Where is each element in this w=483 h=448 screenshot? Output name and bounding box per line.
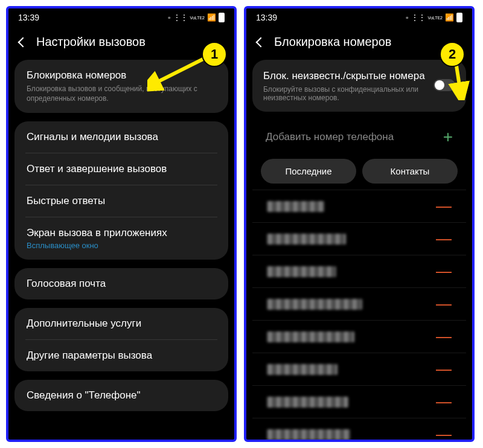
item-signals[interactable]: Сигналы и мелодии вызова bbox=[14, 121, 228, 153]
blocked-row[interactable]: — bbox=[252, 255, 466, 287]
content-1: Блокировка номеров Блокировка вызовов и … bbox=[8, 57, 234, 440]
toggle-title: Блок. неизвестн./скрытые номера bbox=[263, 69, 433, 83]
card-extras: Дополнительные услуги Другие параметры в… bbox=[14, 308, 228, 371]
blocked-number-redacted bbox=[267, 397, 348, 408]
remove-icon[interactable]: — bbox=[436, 229, 452, 248]
blocked-number-redacted bbox=[267, 266, 336, 277]
blocked-row[interactable]: — bbox=[252, 385, 466, 418]
remove-icon[interactable]: — bbox=[436, 327, 452, 346]
blocked-row[interactable]: — bbox=[252, 353, 466, 385]
picture-icon: ▫ bbox=[168, 13, 170, 22]
blocked-number-redacted bbox=[267, 201, 324, 212]
arrow-2 bbox=[440, 64, 470, 100]
battery-icon bbox=[456, 13, 462, 22]
plus-icon[interactable]: + bbox=[443, 127, 453, 147]
wifi-icon: ⋮⋮ bbox=[173, 13, 188, 22]
remove-icon[interactable]: — bbox=[436, 425, 452, 440]
status-time: 13:39 bbox=[18, 13, 39, 22]
item-extra-services[interactable]: Дополнительные услуги bbox=[14, 308, 228, 339]
lte-icon: VoLTE2 bbox=[190, 16, 205, 20]
status-icons: ▫ ⋮⋮ VoLTE2 📶 bbox=[406, 13, 462, 22]
statusbar: 13:39 ▫ ⋮⋮ VoLTE2 📶 bbox=[8, 8, 234, 27]
status-time: 13:39 bbox=[256, 13, 277, 22]
lte-icon: VoLTE2 bbox=[428, 16, 443, 20]
remove-icon[interactable]: — bbox=[436, 295, 452, 313]
tab-contacts[interactable]: Контакты bbox=[362, 159, 458, 184]
card-block-unknown: Блок. неизвестн./скрытые номера Блокируй… bbox=[252, 60, 466, 112]
blocked-row[interactable]: — bbox=[252, 418, 466, 440]
phone-screen-1: 1 13:39 ▫ ⋮⋮ VoLTE2 📶 Настройки вызовов … bbox=[6, 6, 237, 442]
toggle-sub: Блокируйте вызовы с конфиденциальных или… bbox=[263, 85, 433, 102]
phone-screen-2: 2 13:39 ▫ ⋮⋮ VoLTE2 📶 Блокировка номеров… bbox=[244, 6, 475, 442]
remove-icon[interactable]: — bbox=[436, 360, 452, 379]
item-other-params[interactable]: Другие параметры вызова bbox=[14, 340, 228, 371]
remove-icon[interactable]: — bbox=[436, 197, 452, 216]
svg-line-3 bbox=[456, 66, 460, 89]
card-voicemail[interactable]: Голосовая почта bbox=[14, 268, 228, 299]
back-icon[interactable] bbox=[18, 37, 28, 47]
header-title: Настройки вызовов bbox=[36, 35, 146, 49]
blocked-row[interactable]: — bbox=[252, 320, 466, 353]
battery-icon bbox=[219, 13, 225, 22]
card-signals-group: Сигналы и мелодии вызова Ответ и заверше… bbox=[14, 121, 228, 260]
tab-recent[interactable]: Последние bbox=[261, 159, 356, 184]
remove-icon[interactable]: — bbox=[436, 262, 452, 281]
status-icons: ▫ ⋮⋮ VoLTE2 📶 bbox=[168, 13, 225, 22]
blocked-number-redacted bbox=[267, 429, 350, 440]
content-2: Блок. неизвестн./скрытые номера Блокируй… bbox=[246, 57, 472, 440]
item-call-screen[interactable]: Экран вызова в приложениях Всплывающее о… bbox=[14, 217, 228, 260]
card-about[interactable]: Сведения о "Телефоне" bbox=[14, 380, 228, 411]
signal-icon: 📶 bbox=[445, 13, 454, 22]
remove-icon[interactable]: — bbox=[436, 392, 452, 411]
item-answer-end[interactable]: Ответ и завершение вызовов bbox=[14, 153, 228, 185]
item-quick-answers[interactable]: Быстрые ответы bbox=[14, 185, 228, 217]
blocked-number-redacted bbox=[267, 299, 362, 310]
header-2: Блокировка номеров bbox=[246, 27, 472, 57]
svg-line-1 bbox=[153, 57, 208, 84]
blocked-row[interactable]: — bbox=[252, 222, 466, 255]
add-number-row[interactable]: Добавить номер телефона + bbox=[252, 120, 466, 154]
blocked-row[interactable]: — bbox=[252, 287, 466, 320]
back-icon[interactable] bbox=[256, 37, 266, 47]
blocked-number-redacted bbox=[267, 364, 337, 375]
blocked-number-redacted bbox=[267, 331, 354, 342]
blocked-number-redacted bbox=[267, 234, 346, 245]
blocked-row[interactable]: — bbox=[252, 190, 466, 222]
picture-icon: ▫ bbox=[406, 13, 408, 22]
blocked-list: ———————— bbox=[252, 190, 466, 440]
callout-badge-2: 2 bbox=[440, 42, 465, 67]
add-number-placeholder: Добавить номер телефона bbox=[266, 131, 394, 143]
tabs: Последние Контакты bbox=[252, 159, 466, 184]
header-title: Блокировка номеров bbox=[274, 35, 392, 49]
statusbar: 13:39 ▫ ⋮⋮ VoLTE2 📶 bbox=[246, 8, 472, 27]
signal-icon: 📶 bbox=[207, 13, 216, 22]
callout-badge-1: 1 bbox=[202, 42, 227, 67]
wifi-icon: ⋮⋮ bbox=[411, 13, 426, 22]
